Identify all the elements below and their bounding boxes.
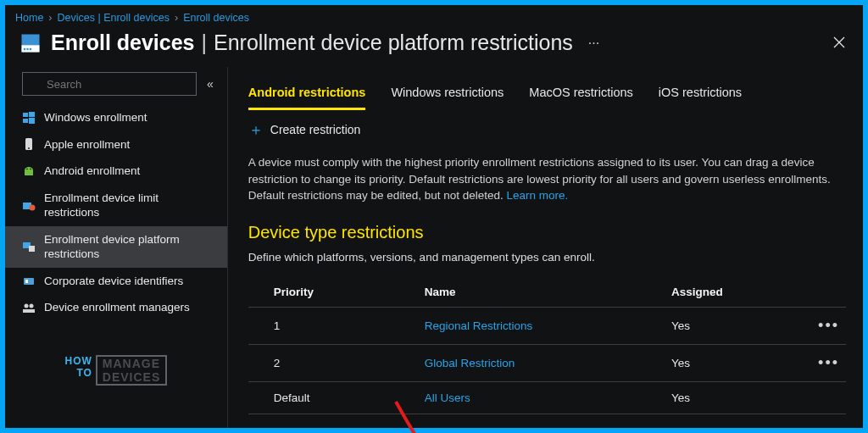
ellipsis-icon[interactable]: ··· xyxy=(588,36,599,50)
breadcrumb-item[interactable]: Devices | Enroll devices xyxy=(58,12,170,24)
svg-rect-7 xyxy=(23,113,28,117)
sidebar: « Windows enrollment Apple enrollment An… xyxy=(5,67,228,428)
sidebar-item-label: Device enrollment managers xyxy=(44,300,190,315)
svg-rect-8 xyxy=(29,112,35,117)
sidebar-item-enrollment-managers[interactable]: Device enrollment managers xyxy=(5,294,227,321)
tab-ios-restrictions[interactable]: iOS restrictions xyxy=(659,80,742,110)
title-separator: | xyxy=(202,31,208,55)
cell-priority: Default xyxy=(248,381,418,414)
tab-windows-restrictions[interactable]: Windows restrictions xyxy=(391,80,504,110)
sidebar-item-apple-enrollment[interactable]: Apple enrollment xyxy=(5,131,227,158)
cell-priority: 2 xyxy=(248,344,418,381)
managers-icon xyxy=(22,301,36,314)
section-heading: Device type restrictions xyxy=(248,223,846,242)
svg-rect-9 xyxy=(23,119,28,123)
collapse-sidebar-button[interactable]: « xyxy=(203,74,217,94)
sidebar-item-windows-enrollment[interactable]: Windows enrollment xyxy=(5,104,227,131)
svg-rect-20 xyxy=(24,278,34,285)
table-row[interactable]: 1 Regional Restrictions Yes ••• xyxy=(248,307,846,344)
svg-rect-21 xyxy=(25,280,28,283)
sidebar-item-label: Apple enrollment xyxy=(44,137,130,153)
svg-point-23 xyxy=(30,304,34,308)
chevron-right-icon: › xyxy=(175,12,178,24)
close-button[interactable] xyxy=(827,31,851,54)
restriction-name-link[interactable]: Regional Restrictions xyxy=(425,319,533,332)
column-header-assigned[interactable]: Assigned xyxy=(665,277,809,308)
sidebar-item-android-enrollment[interactable]: Android enrollment xyxy=(5,158,227,185)
svg-rect-10 xyxy=(29,118,35,124)
description-text: A device must comply with the highest pr… xyxy=(248,154,846,204)
cell-assigned: Yes xyxy=(665,344,809,381)
enroll-devices-icon xyxy=(19,31,42,55)
main-content: Android restrictions Windows restriction… xyxy=(228,67,863,428)
sidebar-item-label: Android enrollment xyxy=(44,164,140,179)
sidebar-item-corporate-identifiers[interactable]: Corporate device identifiers xyxy=(5,268,227,295)
chevron-right-icon: › xyxy=(48,12,52,24)
windows-icon xyxy=(22,111,36,125)
svg-rect-4 xyxy=(30,47,31,49)
svg-point-14 xyxy=(26,169,28,170)
tab-macos-restrictions[interactable]: MacOS restrictions xyxy=(529,80,632,110)
restrictions-table: Priority Name Assigned 1 Regional Restri… xyxy=(248,277,846,414)
column-header-name[interactable]: Name xyxy=(418,277,665,308)
tab-bar: Android restrictions Windows restriction… xyxy=(248,74,846,110)
sidebar-item-label: Enrollment device limit restrictions xyxy=(44,191,217,220)
row-actions-button[interactable]: ••• xyxy=(818,317,839,334)
close-icon xyxy=(832,36,846,49)
apple-icon xyxy=(22,137,36,151)
row-actions-button[interactable]: ••• xyxy=(818,354,839,371)
cell-priority: 1 xyxy=(248,307,418,344)
search-input[interactable] xyxy=(22,72,197,96)
page-title-bar: Enroll devices | Enrollment device platf… xyxy=(5,25,863,67)
table-row[interactable]: Default All Users Yes xyxy=(248,381,846,414)
sidebar-item-label: Windows enrollment xyxy=(44,110,147,125)
svg-rect-24 xyxy=(23,309,35,313)
breadcrumb-item[interactable]: Enroll devices xyxy=(183,12,249,24)
sidebar-item-platform-restrictions[interactable]: Enrollment device platform restrictions xyxy=(5,226,227,268)
tab-android-restrictions[interactable]: Android restrictions xyxy=(248,80,366,110)
identifiers-icon xyxy=(22,275,36,288)
svg-rect-19 xyxy=(29,246,35,252)
page-subtitle: Enrollment device platform restrictions xyxy=(214,31,573,55)
android-icon xyxy=(22,164,36,178)
sidebar-item-label: Corporate device identifiers xyxy=(44,274,183,289)
cell-assigned: Yes xyxy=(665,307,809,344)
svg-rect-3 xyxy=(26,47,28,49)
column-header-priority[interactable]: Priority xyxy=(248,277,418,308)
create-restriction-button[interactable]: ＋ Create restriction xyxy=(248,122,846,137)
sidebar-item-limit-restrictions[interactable]: Enrollment device limit restrictions xyxy=(5,185,227,226)
watermark-logo: HOWTO MANAGEDEVICES xyxy=(5,355,227,386)
learn-more-link[interactable]: Learn more. xyxy=(507,189,569,202)
create-restriction-label: Create restriction xyxy=(270,123,361,136)
sidebar-item-label: Enrollment device platform restrictions xyxy=(44,232,217,262)
platform-icon xyxy=(22,240,36,253)
svg-point-12 xyxy=(28,147,30,149)
breadcrumb-item[interactable]: Home xyxy=(15,12,43,24)
svg-point-17 xyxy=(30,205,36,211)
restriction-name-link[interactable]: Global Restriction xyxy=(425,357,515,369)
limit-icon xyxy=(22,198,36,212)
section-subheading: Define which platforms, versions, and ma… xyxy=(248,251,846,264)
breadcrumb: Home › Devices | Enroll devices › Enroll… xyxy=(5,5,863,25)
table-row[interactable]: 2 Global Restriction Yes ••• xyxy=(248,344,846,381)
plus-icon: ＋ xyxy=(248,122,264,137)
svg-point-15 xyxy=(30,169,31,170)
svg-rect-2 xyxy=(24,47,25,49)
restriction-name-link[interactable]: All Users xyxy=(425,391,470,404)
svg-rect-13 xyxy=(25,171,33,175)
svg-point-22 xyxy=(25,304,29,308)
page-title: Enroll devices xyxy=(51,31,195,55)
cell-assigned: Yes xyxy=(665,381,809,414)
